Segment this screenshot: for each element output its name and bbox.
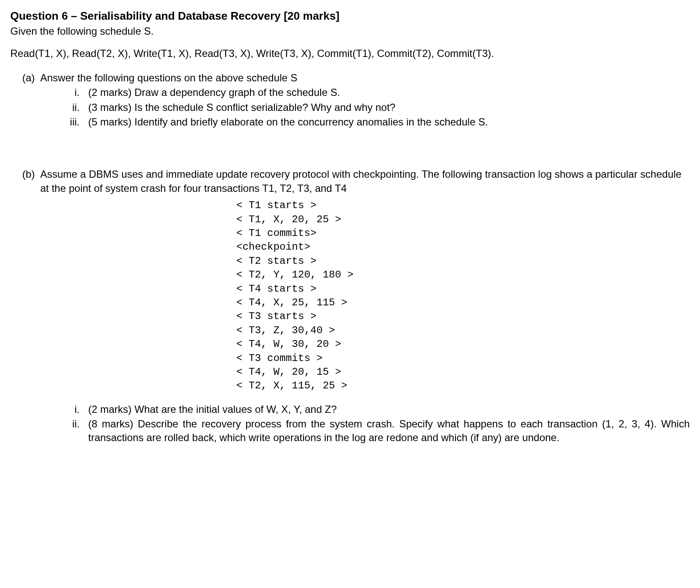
part-a: (a) Answer the following questions on th… [22, 71, 690, 129]
schedule-text: Read(T1, X), Read(T2, X), Write(T1, X), … [10, 47, 690, 60]
part-b-item-1: i. (2 marks) What are the initial values… [54, 403, 690, 416]
part-a-item-2: ii. (3 marks) Is the schedule S conflict… [54, 101, 690, 114]
part-a-item-2-text: (3 marks) Is the schedule S conflict ser… [88, 101, 690, 114]
question-title: Question 6 – Serialisability and Databas… [10, 9, 690, 24]
part-a-item-1-text: (2 marks) Draw a dependency graph of the… [88, 86, 690, 99]
part-a-item-3: iii. (5 marks) Identify and briefly elab… [54, 115, 690, 129]
part-b-label: (b) [22, 167, 40, 195]
part-a-label: (a) [22, 71, 40, 85]
part-b-text: Assume a DBMS uses and immediate update … [40, 167, 690, 195]
part-b-item-2-text: (8 marks) Describe the recovery process … [88, 417, 690, 445]
part-b: (b) Assume a DBMS uses and immediate upd… [22, 167, 690, 445]
part-b-item-1-label: i. [54, 403, 88, 416]
part-b-item-1-text: (2 marks) What are the initial values of… [88, 403, 690, 416]
part-a-item-2-label: ii. [54, 101, 88, 114]
intro-text: Given the following schedule S. [10, 24, 690, 38]
part-b-sublist: i. (2 marks) What are the initial values… [54, 403, 690, 445]
part-a-item-3-text: (5 marks) Identify and briefly elaborate… [88, 115, 690, 129]
part-b-item-2-label: ii. [54, 417, 88, 445]
part-a-sublist: i. (2 marks) Draw a dependency graph of … [54, 86, 690, 129]
part-a-item-3-label: iii. [54, 115, 88, 129]
part-a-item-1-label: i. [54, 86, 88, 99]
transaction-log: < T1 starts > < T1, X, 20, 25 > < T1 com… [236, 199, 690, 393]
part-a-item-1: i. (2 marks) Draw a dependency graph of … [54, 86, 690, 99]
part-b-item-2: ii. (8 marks) Describe the recovery proc… [54, 417, 690, 445]
part-a-text: Answer the following questions on the ab… [40, 71, 690, 85]
